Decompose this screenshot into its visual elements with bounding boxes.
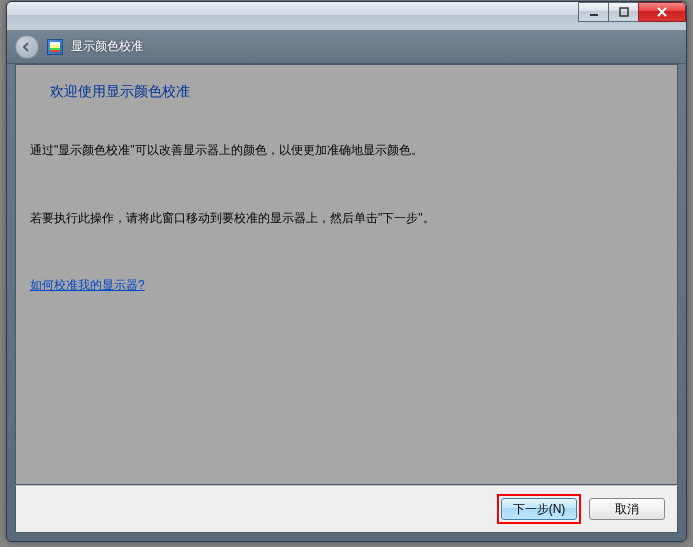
maximize-icon bbox=[619, 7, 629, 17]
page-heading: 欢迎使用显示颜色校准 bbox=[30, 83, 663, 101]
minimize-icon bbox=[589, 7, 599, 17]
instruction-paragraph: 若要执行此操作，请将此窗口移动到要校准的显示器上，然后单击"下一步"。 bbox=[30, 209, 663, 227]
arrow-left-icon bbox=[21, 41, 33, 53]
footer-bar: 下一步(N) 取消 bbox=[15, 485, 678, 533]
close-button[interactable] bbox=[638, 2, 686, 22]
svg-rect-0 bbox=[590, 14, 598, 16]
intro-paragraph: 通过"显示颜色校准"可以改善显示器上的颜色，以便更加准确地显示颜色。 bbox=[30, 141, 663, 159]
maximize-button[interactable] bbox=[608, 2, 638, 22]
highlight-annotation: 下一步(N) bbox=[497, 494, 581, 524]
content-frame: 欢迎使用显示颜色校准 通过"显示颜色校准"可以改善显示器上的颜色，以便更加准确地… bbox=[15, 64, 678, 485]
titlebar bbox=[7, 2, 686, 30]
cancel-button[interactable]: 取消 bbox=[589, 498, 665, 520]
next-button[interactable]: 下一步(N) bbox=[501, 498, 577, 520]
close-icon bbox=[656, 7, 668, 17]
minimize-button[interactable] bbox=[578, 2, 608, 22]
header-bar: 显示颜色校准 bbox=[7, 30, 686, 64]
help-link[interactable]: 如何校准我的显示器? bbox=[30, 278, 145, 292]
app-title: 显示颜色校准 bbox=[71, 38, 143, 55]
svg-rect-1 bbox=[620, 8, 628, 16]
window-frame: 显示颜色校准 欢迎使用显示颜色校准 通过"显示颜色校准"可以改善显示器上的颜色，… bbox=[6, 1, 687, 542]
back-button[interactable] bbox=[15, 35, 39, 59]
content-area: 欢迎使用显示颜色校准 通过"显示颜色校准"可以改善显示器上的颜色，以便更加准确地… bbox=[16, 65, 677, 484]
app-icon bbox=[47, 39, 63, 55]
